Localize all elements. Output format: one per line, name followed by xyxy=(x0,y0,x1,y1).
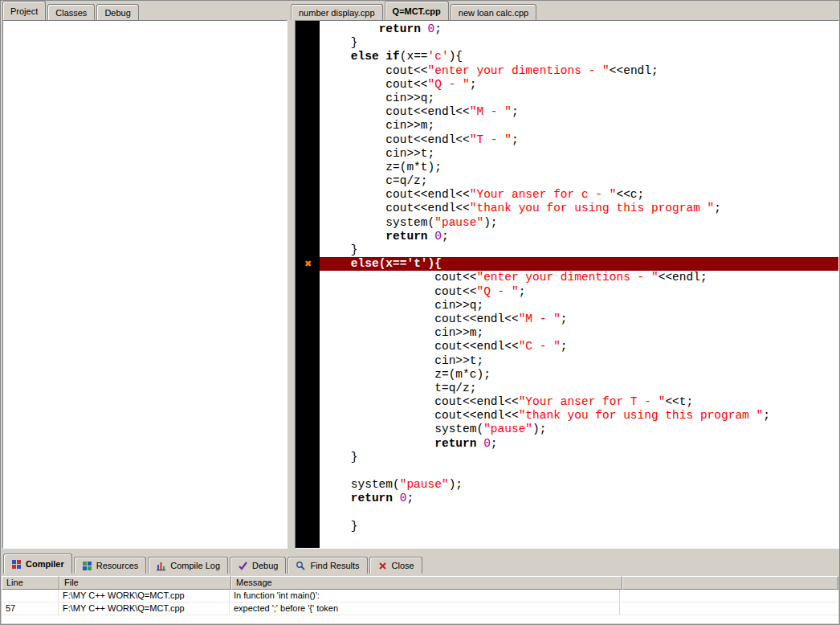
debug-icon xyxy=(238,561,249,571)
code-line[interactable]: t=q/z; xyxy=(320,382,838,395)
left-panel-tabbar: ProjectClassesDebug xyxy=(2,2,141,20)
report-tabbar: CompilerResourcesCompile LogDebugFind Re… xyxy=(3,554,424,574)
report-tab-debug[interactable]: Debug xyxy=(230,557,286,574)
report-tab-label: Close xyxy=(392,558,414,573)
editor-tab-q-mct-cpp[interactable]: Q=MCT.cpp xyxy=(385,1,449,20)
code-line[interactable] xyxy=(320,506,838,520)
code-line[interactable]: return 0; xyxy=(320,437,838,451)
code-line[interactable]: cout<<endl<<"thank you for using this pr… xyxy=(320,202,838,215)
project-browser-panel[interactable] xyxy=(2,20,287,549)
code-line[interactable]: } xyxy=(320,243,838,257)
code-line[interactable]: cout<<"Q - "; xyxy=(320,285,838,299)
code-line[interactable]: system("pause"); xyxy=(320,216,838,230)
code-line[interactable]: cout<<endl<<"M - "; xyxy=(320,312,838,326)
report-tab-find-results[interactable]: Find Results xyxy=(287,557,367,574)
code-line[interactable]: cin>>q; xyxy=(320,92,838,105)
code-line[interactable]: cout<<endl<<"Your anser for c - "<<c; xyxy=(320,188,838,202)
code-line[interactable]: cout<<endl<<"M - "; xyxy=(320,105,838,119)
error-line[interactable]: else(x=='t'){ xyxy=(320,257,838,271)
code-line[interactable]: cout<<endl<<"T - "; xyxy=(320,133,838,147)
code-line[interactable]: cin>>m; xyxy=(320,326,838,340)
row-line-cell: 57 xyxy=(2,603,59,615)
code-line[interactable]: } xyxy=(320,36,838,50)
report-tab-resources[interactable]: Resources xyxy=(74,557,147,574)
row-line-cell xyxy=(2,590,59,602)
error-marker-icon: ✖ xyxy=(304,259,314,269)
code-editor: ✖ return 0; } else if(x=='c'){ cout<<"en… xyxy=(295,20,839,549)
column-header-file[interactable]: File xyxy=(59,576,231,590)
code-line[interactable]: cin>>m; xyxy=(320,119,838,133)
compiler-table-body: F:\MY C++ WORK\Q=MCT.cppIn function 'int… xyxy=(2,590,838,623)
row-blank-cell xyxy=(620,603,838,615)
editor-tab-new-loan-calc-cpp[interactable]: new loan calc.cpp xyxy=(451,4,536,20)
row-message-cell: In function 'int main()': xyxy=(230,590,620,602)
report-tab-close[interactable]: Close xyxy=(369,557,422,574)
editor-gutter[interactable]: ✖ xyxy=(296,21,320,548)
code-area[interactable]: return 0; } else if(x=='c'){ cout<<"ente… xyxy=(320,21,838,548)
tab-classes[interactable]: Classes xyxy=(47,4,95,20)
editor-tab-label: new loan calc.cpp xyxy=(459,6,528,20)
compiler-table-header: LineFileMessage xyxy=(2,576,838,590)
column-header-message[interactable]: Message xyxy=(231,576,622,590)
report-tab-label: Debug xyxy=(252,558,278,573)
resources-icon xyxy=(82,561,93,571)
code-line[interactable]: return 0; xyxy=(320,22,838,36)
compile-log-icon xyxy=(156,561,167,571)
code-line[interactable]: cout<<endl<<"thank you for using this pr… xyxy=(320,409,838,423)
code-line[interactable]: cin>>q; xyxy=(320,299,838,312)
code-line[interactable]: return 0; xyxy=(320,230,838,243)
code-line[interactable]: } xyxy=(320,520,838,533)
editor-tab-label: Q=MCT.cpp xyxy=(393,2,441,20)
code-line[interactable] xyxy=(320,464,838,478)
compiler-message-row[interactable]: F:\MY C++ WORK\Q=MCT.cppIn function 'int… xyxy=(2,590,838,603)
editor-tabbar: number display.cppQ=MCT.cppnew loan calc… xyxy=(291,2,538,20)
report-tab-compiler[interactable]: Compiler xyxy=(3,554,72,574)
code-line[interactable]: system("pause"); xyxy=(320,478,838,492)
row-blank-cell xyxy=(620,590,838,602)
editor-tab-label: number display.cpp xyxy=(299,6,375,20)
column-header-blank xyxy=(622,576,838,590)
row-file-cell: F:\MY C++ WORK\Q=MCT.cpp xyxy=(59,590,230,602)
code-line[interactable]: cout<<"enter your dimentions - "<<endl; xyxy=(320,271,838,284)
code-line[interactable]: else if(x=='c'){ xyxy=(320,50,838,63)
report-tab-compile-log[interactable]: Compile Log xyxy=(148,557,228,574)
code-line[interactable]: return 0; xyxy=(320,492,838,505)
tab-label: Project xyxy=(10,2,38,20)
compiler-message-row[interactable]: 57F:\MY C++ WORK\Q=MCT.cppexpected ';' b… xyxy=(2,603,838,615)
code-line[interactable]: cout<<endl<<"C - "; xyxy=(320,340,838,353)
editor-tab-number-display-cpp[interactable]: number display.cpp xyxy=(291,4,383,20)
code-line[interactable]: cin>>t; xyxy=(320,147,838,161)
tab-label: Classes xyxy=(55,6,87,20)
report-tab-label: Compiler xyxy=(26,555,64,573)
code-line[interactable]: z=(m*t); xyxy=(320,161,838,174)
row-message-cell: expected ';' before '{' token xyxy=(230,603,620,615)
code-line[interactable]: cout<<"enter your dimentions - "<<endl; xyxy=(320,64,838,78)
close-icon xyxy=(377,561,389,571)
tab-debug[interactable]: Debug xyxy=(96,4,138,20)
column-header-line[interactable]: Line xyxy=(2,576,59,590)
report-tab-label: Compile Log xyxy=(170,558,220,573)
code-line[interactable]: system("pause"); xyxy=(320,423,838,436)
code-line[interactable]: cout<<endl<<"Your anser for T - "<<t; xyxy=(320,395,838,409)
find-results-icon xyxy=(296,561,307,571)
compiler-icon xyxy=(11,559,22,570)
code-line[interactable]: z=(m*c); xyxy=(320,368,838,382)
code-line[interactable]: c=q/z; xyxy=(320,174,838,188)
dev-cpp-ide-window: { "colors": { "chrome": "#d4d0c8", "stri… xyxy=(0,0,840,625)
code-line[interactable]: } xyxy=(320,451,838,464)
tab-project[interactable]: Project xyxy=(2,1,46,20)
tab-label: Debug xyxy=(104,6,130,20)
report-tab-label: Find Results xyxy=(310,558,359,573)
row-file-cell: F:\MY C++ WORK\Q=MCT.cpp xyxy=(59,603,230,615)
code-line[interactable]: cout<<"Q - "; xyxy=(320,78,838,92)
report-tab-label: Resources xyxy=(96,558,139,573)
code-line[interactable]: cin>>t; xyxy=(320,354,838,368)
